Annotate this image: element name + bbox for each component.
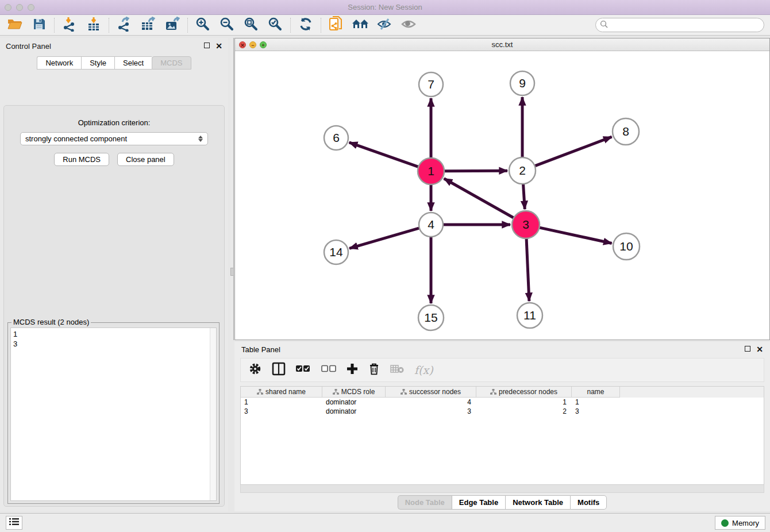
open-folder-icon [7, 18, 22, 33]
import-network-icon [62, 17, 77, 34]
graph-node-label-10: 10 [619, 240, 633, 253]
import-table-button[interactable] [84, 17, 103, 34]
tab-edge-table[interactable]: Edge Table [452, 495, 505, 510]
copy-network-button[interactable] [327, 17, 345, 34]
show-all-button[interactable] [399, 17, 418, 34]
node-table[interactable]: shared name MCDS role successor nodes pr… [240, 386, 764, 485]
cell-mcds-role[interactable]: dominator [322, 407, 386, 416]
memory-button[interactable]: Memory [715, 516, 765, 530]
table-row[interactable]: 3 dominator 3 2 3 [241, 407, 764, 416]
network-window-titlebar[interactable]: scc.txt ✕ − + [235, 38, 769, 51]
network-canvas[interactable]: 7968124314101511 [235, 51, 769, 340]
table-row[interactable]: 1 dominator 4 1 1 [241, 398, 764, 407]
zoom-out-icon [220, 17, 234, 34]
add-column-icon[interactable] [346, 363, 358, 377]
float-panel-icon[interactable] [204, 43, 210, 49]
save-floppy-icon [33, 18, 45, 33]
network-graph[interactable]: 7968124314101511 [235, 51, 769, 340]
column-type-icon [401, 389, 407, 395]
import-network-button[interactable] [60, 17, 79, 34]
settings-gear-icon[interactable] [249, 363, 261, 377]
main-toolbar [0, 15, 770, 36]
list-icon [9, 518, 19, 528]
zoom-in-button[interactable] [194, 17, 212, 34]
control-panel: Control Panel ✕ Network Style Select MCD… [0, 38, 228, 511]
refresh-arrows-icon [298, 17, 313, 34]
column-layout-icon[interactable] [272, 362, 286, 378]
open-session-button[interactable] [6, 17, 24, 34]
graph-edge-3-11[interactable] [526, 237, 529, 301]
run-mcds-button[interactable]: Run MCDS [54, 153, 109, 166]
graph-edge-2-3[interactable] [523, 183, 525, 209]
tab-style[interactable]: Style [81, 56, 114, 70]
cell-successor-nodes[interactable]: 3 [386, 407, 476, 416]
graph-edge-2-8[interactable] [534, 137, 612, 166]
mcds-tab-content: Optimization criterion: strongly connect… [3, 105, 225, 507]
graph-edge-3-10[interactable] [538, 228, 611, 244]
tab-node-table[interactable]: Node Table [398, 495, 452, 510]
memory-label: Memory [732, 519, 759, 527]
export-image-button[interactable] [163, 17, 182, 34]
graph-edge-1-2[interactable] [443, 171, 507, 171]
close-panel-button[interactable]: Close panel [117, 153, 174, 166]
copy-network-icon [329, 16, 344, 34]
control-panel-title: Control Panel [6, 42, 198, 51]
network-maximize-button[interactable]: + [260, 41, 267, 48]
save-session-button[interactable] [30, 17, 48, 34]
tab-select[interactable]: Select [114, 56, 152, 70]
vertical-splitter[interactable] [230, 38, 234, 340]
cell-predecessor-nodes[interactable]: 1 [476, 398, 572, 407]
deselect-all-checkboxes-icon[interactable] [321, 365, 336, 375]
tab-motifs[interactable]: Motifs [570, 495, 607, 510]
cell-shared-name[interactable]: 3 [241, 407, 322, 416]
table-panel: Table Panel ✕ f(x) [234, 342, 770, 511]
zoom-selected-button[interactable] [266, 17, 284, 34]
select-all-checkboxes-icon[interactable] [296, 365, 311, 375]
graph-node-label-4: 4 [428, 218, 434, 231]
graph-edge-4-14[interactable] [349, 228, 421, 248]
column-header-shared-name[interactable]: shared name [241, 387, 322, 398]
table-float-icon[interactable] [745, 346, 750, 353]
graph-edge-3-1[interactable] [444, 179, 515, 218]
status-bar: Memory [0, 513, 770, 532]
control-panel-tabs: Network Style Select MCDS [0, 56, 228, 70]
cell-shared-name[interactable]: 1 [241, 398, 322, 407]
network-close-button[interactable]: ✕ [239, 41, 246, 48]
result-scrollbar[interactable] [210, 328, 216, 500]
export-table-button[interactable] [139, 17, 157, 34]
cell-name[interactable]: 1 [572, 398, 620, 407]
zoom-fit-button[interactable] [242, 17, 260, 34]
tab-mcds[interactable]: MCDS [152, 56, 191, 70]
search-field[interactable] [595, 18, 764, 32]
graph-edge-1-6[interactable] [349, 142, 420, 167]
dropdown-value: strongly connected component [25, 134, 198, 143]
cell-name[interactable]: 3 [572, 407, 620, 416]
hide-selected-button[interactable] [375, 17, 394, 34]
cell-mcds-role[interactable]: dominator [322, 398, 386, 407]
column-header-predecessor-nodes[interactable]: predecessor nodes [476, 387, 572, 398]
zoom-fit-icon [244, 17, 259, 34]
tab-network-table[interactable]: Network Table [505, 495, 570, 510]
first-neighbors-button[interactable] [351, 17, 369, 34]
zoom-out-button[interactable] [218, 17, 236, 34]
mcds-result-text[interactable]: 1 3 [10, 327, 217, 501]
cell-successor-nodes[interactable]: 4 [386, 398, 476, 407]
apply-layout-button[interactable] [297, 17, 315, 34]
close-panel-icon[interactable]: ✕ [215, 42, 222, 50]
search-input[interactable] [610, 21, 754, 29]
export-network-button[interactable] [115, 17, 133, 34]
table-close-icon[interactable]: ✕ [756, 345, 763, 353]
tab-network[interactable]: Network [37, 56, 81, 70]
graph-node-label-15: 15 [424, 311, 437, 324]
network-window-title: scc.txt [235, 40, 769, 49]
delete-column-icon[interactable] [368, 363, 380, 377]
splitter-grip[interactable] [230, 268, 234, 276]
column-header-successor-nodes[interactable]: successor nodes [386, 387, 476, 398]
column-header-mcds-role[interactable]: MCDS role [322, 387, 386, 398]
graph-node-label-11: 11 [523, 309, 536, 322]
column-header-name[interactable]: name [572, 387, 620, 398]
optimization-criterion-dropdown[interactable]: strongly connected component [20, 132, 208, 145]
cell-predecessor-nodes[interactable]: 2 [476, 407, 572, 416]
task-history-button[interactable] [6, 516, 22, 530]
network-minimize-button[interactable]: − [249, 41, 256, 48]
